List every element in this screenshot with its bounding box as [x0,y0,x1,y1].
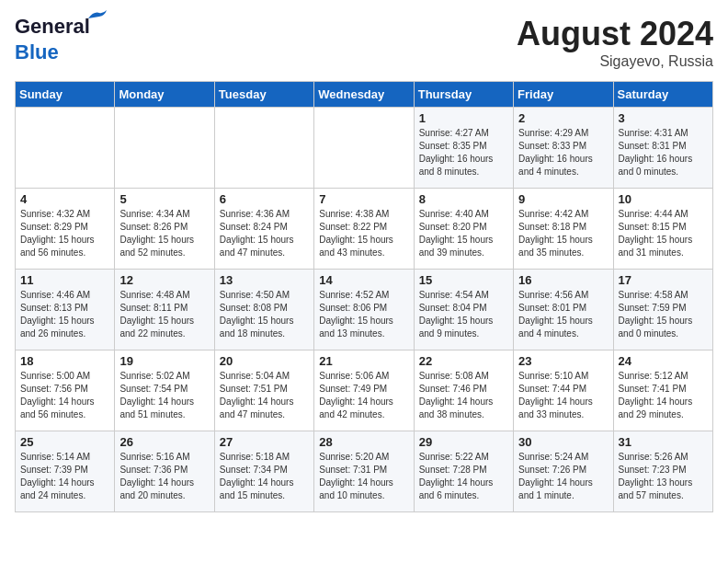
calendar-cell: 10Sunrise: 4:44 AM Sunset: 8:15 PM Dayli… [613,189,712,270]
day-info: Sunrise: 4:50 AM Sunset: 8:08 PM Dayligh… [220,289,309,340]
day-number: 22 [419,354,508,368]
calendar-cell: 19Sunrise: 5:02 AM Sunset: 7:54 PM Dayli… [115,350,214,431]
day-header-tuesday: Tuesday [214,82,313,108]
day-number: 2 [518,111,608,125]
day-number: 15 [419,273,508,287]
day-info: Sunrise: 4:46 AM Sunset: 8:13 PM Dayligh… [20,289,109,340]
day-number: 8 [419,192,508,206]
calendar-cell: 26Sunrise: 5:16 AM Sunset: 7:36 PM Dayli… [115,431,214,512]
day-number: 6 [220,192,309,206]
calendar-cell: 23Sunrise: 5:10 AM Sunset: 7:44 PM Dayli… [514,350,613,431]
day-info: Sunrise: 5:10 AM Sunset: 7:44 PM Dayligh… [518,370,608,421]
logo-bird-icon [86,9,107,22]
day-info: Sunrise: 5:20 AM Sunset: 7:31 PM Dayligh… [319,451,408,502]
day-info: Sunrise: 4:34 AM Sunset: 8:26 PM Dayligh… [119,208,209,259]
day-info: Sunrise: 4:29 AM Sunset: 8:33 PM Dayligh… [518,127,608,178]
calendar-cell: 3Sunrise: 4:31 AM Sunset: 8:31 PM Daylig… [613,108,712,189]
day-info: Sunrise: 4:58 AM Sunset: 7:59 PM Dayligh… [619,289,708,340]
day-info: Sunrise: 5:14 AM Sunset: 7:39 PM Dayligh… [20,451,109,502]
calendar-cell: 12Sunrise: 4:48 AM Sunset: 8:11 PM Dayli… [115,270,214,350]
day-number: 31 [619,435,708,449]
day-info: Sunrise: 4:54 AM Sunset: 8:04 PM Dayligh… [419,289,508,340]
calendar-cell: 7Sunrise: 4:38 AM Sunset: 8:22 PM Daylig… [314,189,414,270]
calendar-cell: 16Sunrise: 4:56 AM Sunset: 8:01 PM Dayli… [514,270,613,350]
day-info: Sunrise: 4:38 AM Sunset: 8:22 PM Dayligh… [319,208,408,259]
day-header-saturday: Saturday [613,82,712,108]
day-number: 11 [20,273,109,287]
calendar-cell: 18Sunrise: 5:00 AM Sunset: 7:56 PM Dayli… [16,350,115,431]
calendar-week-row: 18Sunrise: 5:00 AM Sunset: 7:56 PM Dayli… [16,350,713,431]
calendar-cell: 22Sunrise: 5:08 AM Sunset: 7:46 PM Dayli… [414,350,513,431]
day-info: Sunrise: 5:12 AM Sunset: 7:41 PM Dayligh… [619,370,708,421]
calendar-cell: 15Sunrise: 4:54 AM Sunset: 8:04 PM Dayli… [414,270,513,350]
day-number: 10 [619,192,708,206]
day-info: Sunrise: 4:52 AM Sunset: 8:06 PM Dayligh… [319,289,408,340]
calendar-cell: 24Sunrise: 5:12 AM Sunset: 7:41 PM Dayli… [613,350,712,431]
day-number: 19 [119,354,209,368]
month-year-title: August 2024 [517,15,713,53]
calendar-cell: 5Sunrise: 4:34 AM Sunset: 8:26 PM Daylig… [115,189,214,270]
day-info: Sunrise: 5:06 AM Sunset: 7:49 PM Dayligh… [319,370,408,421]
calendar-cell: 17Sunrise: 4:58 AM Sunset: 7:59 PM Dayli… [613,270,712,350]
logo: General Blue [15,15,90,64]
calendar-cell [214,108,313,189]
day-info: Sunrise: 4:42 AM Sunset: 8:18 PM Dayligh… [518,208,608,259]
calendar-cell: 31Sunrise: 5:26 AM Sunset: 7:23 PM Dayli… [613,431,712,512]
calendar-cell: 27Sunrise: 5:18 AM Sunset: 7:34 PM Dayli… [214,431,313,512]
day-number: 30 [518,435,608,449]
day-info: Sunrise: 5:18 AM Sunset: 7:34 PM Dayligh… [220,451,309,502]
day-header-sunday: Sunday [16,82,115,108]
day-info: Sunrise: 4:31 AM Sunset: 8:31 PM Dayligh… [619,127,708,178]
logo-text-general: General [15,15,90,38]
day-header-thursday: Thursday [414,82,513,108]
day-info: Sunrise: 5:16 AM Sunset: 7:36 PM Dayligh… [119,451,209,502]
day-number: 26 [119,435,209,449]
day-number: 17 [619,273,708,287]
calendar-cell: 9Sunrise: 4:42 AM Sunset: 8:18 PM Daylig… [514,189,613,270]
calendar-cell: 20Sunrise: 5:04 AM Sunset: 7:51 PM Dayli… [214,350,313,431]
day-number: 1 [419,111,508,125]
day-number: 16 [518,273,608,287]
day-info: Sunrise: 5:24 AM Sunset: 7:26 PM Dayligh… [518,451,608,502]
day-number: 12 [119,273,209,287]
day-info: Sunrise: 4:27 AM Sunset: 8:35 PM Dayligh… [419,127,508,178]
day-info: Sunrise: 5:08 AM Sunset: 7:46 PM Dayligh… [419,370,508,421]
day-number: 7 [319,192,408,206]
calendar-cell: 4Sunrise: 4:32 AM Sunset: 8:29 PM Daylig… [16,189,115,270]
calendar-cell: 2Sunrise: 4:29 AM Sunset: 8:33 PM Daylig… [514,108,613,189]
calendar-cell [314,108,414,189]
calendar-table: SundayMondayTuesdayWednesdayThursdayFrid… [15,81,713,512]
day-number: 23 [518,354,608,368]
day-info: Sunrise: 4:48 AM Sunset: 8:11 PM Dayligh… [119,289,209,340]
day-info: Sunrise: 4:36 AM Sunset: 8:24 PM Dayligh… [220,208,309,259]
calendar-header-row: SundayMondayTuesdayWednesdayThursdayFrid… [16,82,713,108]
day-info: Sunrise: 4:40 AM Sunset: 8:20 PM Dayligh… [419,208,508,259]
calendar-cell: 11Sunrise: 4:46 AM Sunset: 8:13 PM Dayli… [16,270,115,350]
day-info: Sunrise: 5:22 AM Sunset: 7:28 PM Dayligh… [419,451,508,502]
day-number: 29 [419,435,508,449]
day-info: Sunrise: 5:26 AM Sunset: 7:23 PM Dayligh… [619,451,708,502]
day-number: 13 [220,273,309,287]
day-number: 20 [220,354,309,368]
day-number: 27 [220,435,309,449]
day-number: 18 [20,354,109,368]
title-block: August 2024 Sigayevo, Russia [517,15,713,70]
day-number: 25 [20,435,109,449]
day-number: 24 [619,354,708,368]
day-info: Sunrise: 5:00 AM Sunset: 7:56 PM Dayligh… [20,370,109,421]
calendar-week-row: 1Sunrise: 4:27 AM Sunset: 8:35 PM Daylig… [16,108,713,189]
calendar-cell: 21Sunrise: 5:06 AM Sunset: 7:49 PM Dayli… [314,350,414,431]
calendar-cell: 13Sunrise: 4:50 AM Sunset: 8:08 PM Dayli… [214,270,313,350]
day-header-friday: Friday [514,82,613,108]
calendar-cell: 25Sunrise: 5:14 AM Sunset: 7:39 PM Dayli… [16,431,115,512]
calendar-cell [16,108,115,189]
day-header-wednesday: Wednesday [314,82,414,108]
calendar-cell: 8Sunrise: 4:40 AM Sunset: 8:20 PM Daylig… [414,189,513,270]
day-number: 9 [518,192,608,206]
calendar-cell: 30Sunrise: 5:24 AM Sunset: 7:26 PM Dayli… [514,431,613,512]
day-info: Sunrise: 4:32 AM Sunset: 8:29 PM Dayligh… [20,208,109,259]
calendar-cell: 29Sunrise: 5:22 AM Sunset: 7:28 PM Dayli… [414,431,513,512]
day-number: 5 [119,192,209,206]
calendar-cell [115,108,214,189]
calendar-week-row: 4Sunrise: 4:32 AM Sunset: 8:29 PM Daylig… [16,189,713,270]
